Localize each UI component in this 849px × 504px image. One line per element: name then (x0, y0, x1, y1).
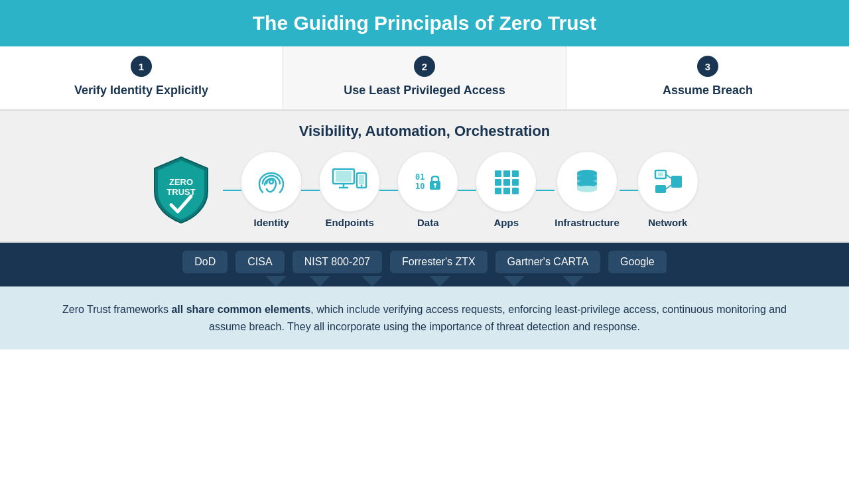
endpoints-icon (330, 164, 369, 200)
connector-3 (379, 190, 398, 191)
data-icon-circle: 01 10 (398, 152, 458, 212)
identity-item: Identity (241, 152, 301, 228)
svg-text:ZERO: ZERO (169, 177, 193, 187)
svg-point-2 (269, 180, 273, 184)
svg-rect-19 (503, 179, 510, 186)
principle-2-label: Use Least Privileged Access (344, 84, 505, 97)
principle-2-number: 2 (414, 56, 435, 77)
principle-2: 2 Use Least Privileged Access (283, 46, 566, 109)
framework-nist[interactable]: NIST 800-207 (293, 251, 382, 273)
triangle-4 (429, 276, 450, 286)
principle-1: 1 Verify Identity Explicitly (0, 46, 283, 109)
bottom-bar-wrapper: DoD CISA NIST 800-207 Forrester's ZTX Ga… (0, 243, 849, 286)
svg-rect-8 (359, 175, 364, 184)
svg-point-13 (434, 183, 436, 186)
svg-rect-21 (495, 188, 501, 194)
desc-bold: all share common elements (171, 304, 310, 315)
endpoints-icon-circle (320, 152, 379, 212)
principle-3-number: 3 (697, 56, 718, 77)
svg-rect-20 (512, 179, 519, 186)
diagram-row: ZERO TRUST Ide (13, 152, 836, 228)
endpoints-label: Endpoints (326, 217, 374, 228)
header: The Guiding Principals of Zero Trust (0, 0, 849, 46)
apps-item: Apps (476, 152, 536, 228)
identity-icon (253, 164, 289, 200)
infrastructure-icon-circle (557, 152, 617, 212)
framework-google[interactable]: Google (608, 251, 667, 273)
svg-rect-23 (512, 188, 519, 194)
middle-title: Visibility, Automation, Orchestration (13, 123, 836, 140)
framework-cisa[interactable]: CISA (235, 251, 284, 273)
connector-4 (458, 190, 476, 191)
svg-rect-17 (512, 170, 519, 177)
triangle-6 (562, 276, 584, 286)
framework-forrester[interactable]: Forrester's ZTX (390, 251, 488, 273)
svg-text:10: 10 (415, 182, 424, 191)
connector-5 (536, 190, 555, 191)
data-icon: 01 10 (410, 164, 446, 200)
svg-rect-16 (503, 170, 510, 177)
zero-trust-shield: ZERO TRUST (151, 155, 211, 225)
svg-rect-32 (658, 172, 663, 176)
principle-1-label: Verify Identity Explicitly (74, 84, 208, 97)
shield-icon: ZERO TRUST (151, 155, 211, 225)
svg-rect-18 (495, 179, 501, 186)
principles-row: 1 Verify Identity Explicitly 2 Use Least… (0, 46, 849, 111)
middle-section: Visibility, Automation, Orchestration ZE… (0, 111, 849, 243)
svg-rect-22 (503, 188, 510, 194)
identity-icon-circle (241, 152, 301, 212)
framework-dod[interactable]: DoD (182, 251, 228, 273)
svg-point-30 (577, 186, 597, 192)
network-icon (650, 164, 686, 200)
apps-icon (488, 164, 524, 200)
data-item: 01 10 Data (398, 152, 458, 228)
connector-1 (223, 190, 241, 191)
principle-3: 3 Assume Breach (566, 46, 849, 109)
principle-3-label: Assume Breach (663, 84, 753, 97)
page-title: The Guiding Principals of Zero Trust (0, 12, 849, 34)
apps-label: Apps (493, 217, 519, 228)
svg-rect-4 (336, 171, 352, 182)
connector-2 (301, 190, 320, 191)
principle-1-number: 1 (131, 56, 152, 77)
triangle-2 (309, 276, 330, 286)
network-item: Network (638, 152, 698, 228)
frameworks-bar: DoD CISA NIST 800-207 Forrester's ZTX Ga… (0, 243, 849, 273)
network-icon-circle (638, 152, 698, 212)
endpoints-item: Endpoints (320, 152, 379, 228)
svg-rect-15 (495, 170, 501, 177)
triangle-3 (361, 276, 383, 286)
svg-rect-34 (671, 176, 682, 188)
apps-icon-circle (476, 152, 536, 212)
framework-gartner[interactable]: Gartner's CARTA (495, 251, 601, 273)
infrastructure-item: Infrastructure (555, 152, 620, 228)
bottom-description: Zero Trust frameworks all share common e… (0, 286, 849, 349)
svg-text:01: 01 (415, 172, 424, 182)
svg-rect-33 (655, 185, 666, 193)
connector-6 (620, 190, 638, 191)
identity-label: Identity (254, 217, 289, 228)
triangle-1 (265, 276, 287, 286)
svg-point-9 (361, 185, 363, 187)
infrastructure-icon (569, 164, 605, 200)
network-label: Network (648, 217, 687, 228)
svg-line-36 (666, 185, 671, 189)
infrastructure-label: Infrastructure (555, 217, 620, 228)
triangle-5 (503, 276, 525, 286)
data-label: Data (417, 217, 439, 228)
desc-normal1: Zero Trust frameworks (62, 304, 171, 315)
